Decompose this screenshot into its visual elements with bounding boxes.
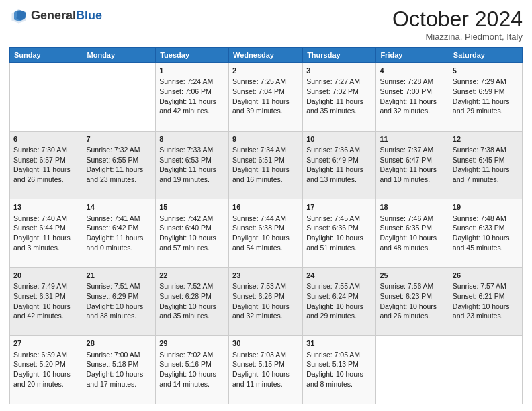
day-info: Sunset: 6:33 PM [453,223,519,233]
day-info: Sunrise: 7:52 AM [159,281,225,291]
day-info: Sunrise: 7:56 AM [380,281,445,291]
day-info: Sunrise: 7:38 AM [453,145,519,155]
day-info: Sunset: 5:18 PM [87,359,152,369]
day-of-week-friday: Friday [376,48,449,63]
day-info: Daylight: 10 hours and 11 minutes. [232,369,299,389]
day-number: 12 [453,134,519,144]
day-info: Daylight: 10 hours and 45 minutes. [453,233,519,253]
day-info: Daylight: 10 hours and 8 minutes. [306,369,372,389]
day-info: Sunset: 6:21 PM [453,291,519,302]
day-info: Daylight: 10 hours and 35 minutes. [159,302,225,321]
day-info: Sunset: 6:35 PM [380,223,445,233]
day-info: Sunset: 5:13 PM [306,359,372,369]
day-info: Sunset: 6:45 PM [453,155,519,165]
day-info: Sunset: 6:59 PM [453,87,519,97]
day-cell: 2Sunrise: 7:25 AMSunset: 7:04 PMDaylight… [229,63,303,132]
day-info: Daylight: 11 hours and 32 minutes. [380,97,445,116]
day-cell: 9Sunrise: 7:34 AMSunset: 6:51 PMDaylight… [229,131,303,199]
day-of-week-tuesday: Tuesday [156,48,229,63]
day-info: Sunset: 6:23 PM [380,291,445,302]
day-info: Daylight: 10 hours and 26 minutes. [380,302,445,321]
day-info: Sunset: 6:40 PM [159,223,225,233]
day-info: Daylight: 10 hours and 57 minutes. [159,233,225,253]
day-info: Sunrise: 7:48 AM [453,214,519,224]
day-cell: 28Sunrise: 7:00 AMSunset: 5:18 PMDayligh… [83,336,156,404]
week-row-1: 1Sunrise: 7:24 AMSunset: 7:06 PMDaylight… [10,63,523,132]
day-info: Sunrise: 7:29 AM [453,77,519,87]
day-number: 20 [13,271,79,281]
day-info: Sunrise: 7:30 AM [13,145,79,155]
day-info: Sunrise: 7:25 AM [232,77,299,87]
day-info: Daylight: 11 hours and 7 minutes. [453,165,519,184]
day-cell: 6Sunrise: 7:30 AMSunset: 6:57 PMDaylight… [10,131,83,199]
day-info: Sunset: 6:49 PM [306,155,372,165]
day-info: Daylight: 11 hours and 13 minutes. [306,165,372,184]
day-number: 31 [306,338,372,349]
day-info: Sunrise: 7:00 AM [87,350,152,360]
header: General Blue October 2024 Miazzina, Pied… [9,7,523,42]
day-info: Sunrise: 7:53 AM [232,281,299,291]
day-info: Sunrise: 7:41 AM [87,214,152,224]
day-info: Sunset: 6:57 PM [13,155,79,165]
day-number: 9 [232,134,299,144]
day-info: Sunrise: 6:59 AM [13,350,79,360]
location: Miazzina, Piedmont, Italy [392,32,523,42]
day-info: Sunrise: 7:33 AM [159,145,225,155]
day-number: 30 [232,338,299,349]
day-number: 14 [87,202,152,212]
day-info: Sunset: 6:29 PM [87,291,152,302]
day-cell: 5Sunrise: 7:29 AMSunset: 6:59 PMDaylight… [449,63,522,132]
day-info: Daylight: 10 hours and 29 minutes. [306,302,372,321]
day-cell [376,336,449,404]
day-info: Sunrise: 7:34 AM [232,145,299,155]
day-number: 26 [453,271,519,281]
day-of-week-monday: Monday [83,48,156,63]
day-info: Sunset: 6:26 PM [232,291,299,302]
day-info: Daylight: 10 hours and 38 minutes. [87,302,152,321]
day-cell: 22Sunrise: 7:52 AMSunset: 6:28 PMDayligh… [156,267,229,336]
day-info: Sunrise: 7:40 AM [13,214,79,224]
day-cell: 18Sunrise: 7:46 AMSunset: 6:35 PMDayligh… [376,199,449,268]
day-cell: 21Sunrise: 7:51 AMSunset: 6:29 PMDayligh… [83,267,156,336]
day-number: 17 [306,202,372,212]
day-info: Sunrise: 7:42 AM [159,214,225,224]
day-number: 27 [13,338,79,349]
day-cell: 31Sunrise: 7:05 AMSunset: 5:13 PMDayligh… [303,336,376,404]
day-info: Sunset: 5:16 PM [159,359,225,369]
day-cell: 19Sunrise: 7:48 AMSunset: 6:33 PMDayligh… [449,199,522,268]
day-number: 25 [380,271,445,281]
day-cell: 4Sunrise: 7:28 AMSunset: 7:00 PMDaylight… [376,63,449,132]
day-info: Sunset: 7:06 PM [159,87,225,97]
day-info: Daylight: 11 hours and 39 minutes. [232,97,299,116]
day-info: Daylight: 11 hours and 0 minutes. [87,233,152,253]
day-info: Sunrise: 7:02 AM [159,350,225,360]
logo-general: General [31,9,76,23]
day-cell: 20Sunrise: 7:49 AMSunset: 6:31 PMDayligh… [10,267,83,336]
logo-icon [9,7,28,26]
day-info: Daylight: 10 hours and 42 minutes. [13,302,79,321]
day-info: Sunset: 7:04 PM [232,87,299,97]
day-number: 15 [159,202,225,212]
day-info: Sunrise: 7:24 AM [159,77,225,87]
day-cell: 27Sunrise: 6:59 AMSunset: 5:20 PMDayligh… [10,336,83,404]
day-cell [10,63,83,132]
day-info: Daylight: 10 hours and 48 minutes. [380,233,445,253]
day-info: Daylight: 10 hours and 20 minutes. [13,369,79,389]
day-info: Daylight: 10 hours and 32 minutes. [232,302,299,321]
day-info: Sunset: 6:38 PM [232,223,299,233]
day-number: 11 [380,134,445,144]
day-cell: 14Sunrise: 7:41 AMSunset: 6:42 PMDayligh… [83,199,156,268]
day-number: 22 [159,271,225,281]
week-row-2: 6Sunrise: 7:30 AMSunset: 6:57 PMDaylight… [10,131,523,199]
day-info: Sunrise: 7:57 AM [453,281,519,291]
day-info: Sunrise: 7:36 AM [306,145,372,155]
day-info: Sunset: 7:02 PM [306,87,372,97]
day-info: Daylight: 11 hours and 16 minutes. [232,165,299,184]
day-cell: 16Sunrise: 7:44 AMSunset: 6:38 PMDayligh… [229,199,303,268]
day-number: 3 [306,66,372,76]
day-info: Sunrise: 7:05 AM [306,350,372,360]
day-cell: 26Sunrise: 7:57 AMSunset: 6:21 PMDayligh… [449,267,522,336]
day-info: Daylight: 11 hours and 35 minutes. [306,97,372,116]
day-info: Sunrise: 7:37 AM [380,145,445,155]
day-info: Daylight: 11 hours and 26 minutes. [13,165,79,184]
